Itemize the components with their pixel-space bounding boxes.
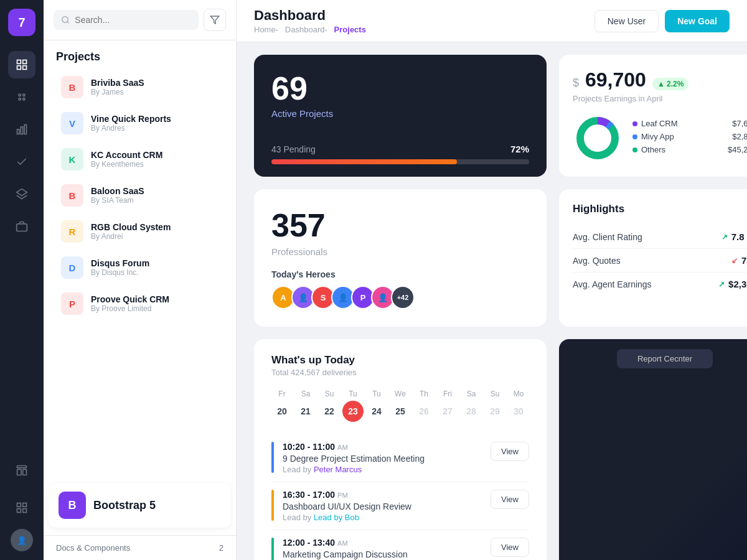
view-button-3[interactable]: View: [491, 538, 529, 557]
nav-icon-layout[interactable]: [8, 457, 35, 484]
event-border-1: [271, 442, 274, 473]
nav-icon-apps[interactable]: [8, 83, 35, 111]
earnings-chart-row: Leaf CRM $7,660 Mivy App $2,820 Others $…: [573, 113, 747, 163]
bootstrap-banner[interactable]: B Bootstrap 5: [49, 483, 231, 528]
highlight-value-earnings: ↗ $2,309: [718, 279, 747, 289]
nav-icon-grid-sm[interactable]: [8, 494, 35, 521]
cal-day-num-10: 30: [508, 401, 529, 422]
nav-icon-grid[interactable]: [8, 51, 35, 78]
sidebar: 7 👤: [0, 0, 44, 560]
nav-icon-briefcase[interactable]: [8, 213, 35, 240]
project-item-4[interactable]: R RGB Cloud System By Andrei: [49, 214, 231, 249]
event-time-3: 12:00 - 13:40: [283, 538, 335, 548]
cal-day-num-5: 25: [390, 401, 411, 422]
cal-day-2[interactable]: Su 22: [319, 390, 340, 422]
cal-day-num-7: 27: [437, 401, 458, 422]
cal-day-name-8: Sa: [467, 390, 476, 398]
project-by-4: By Andrei: [91, 232, 218, 241]
project-icon-4: R: [61, 220, 83, 243]
event-ampm-1: AM: [337, 444, 348, 451]
project-item-0[interactable]: B Briviba SaaS By James: [49, 70, 231, 105]
cal-day-7[interactable]: Fri 27: [437, 390, 458, 422]
filter-button[interactable]: [204, 9, 226, 31]
donut-chart: [573, 113, 622, 163]
header-actions: New User New Goal: [594, 10, 730, 32]
highlight-label-quotes: Avg. Quotes: [573, 256, 621, 266]
project-name-3: Baloon SaaS: [91, 186, 218, 196]
new-user-button[interactable]: New User: [594, 10, 659, 32]
svg-rect-12: [17, 224, 27, 231]
search-icon: [61, 15, 70, 25]
bootstrap-icon: B: [59, 492, 86, 519]
svg-rect-17: [23, 503, 27, 507]
cal-day-1[interactable]: Sa 21: [295, 390, 316, 422]
project-item-6[interactable]: P Proove Quick CRM By Proove Limited: [49, 286, 231, 321]
nav-icon-check[interactable]: [8, 148, 35, 175]
highlights-title: Highlights: [573, 203, 747, 215]
breadcrumb-active: Projects: [334, 25, 366, 34]
project-icon-0: B: [61, 76, 83, 98]
cal-day-name-4: Tu: [372, 390, 381, 398]
cal-day-8[interactable]: Sa 28: [461, 390, 482, 422]
calendar-row: Fr 20 Sa 21 Su 22 Tu 23 Tu 24 We 25 Th 2…: [271, 390, 529, 422]
project-icon-2: K: [61, 148, 83, 170]
event-border-3: [271, 538, 274, 560]
project-item-3[interactable]: B Baloon SaaS By SIA Team: [49, 178, 231, 213]
project-by-5: By Disqus Inc.: [91, 268, 218, 277]
hero-avatar-more: +42: [391, 286, 415, 309]
project-item-5[interactable]: D Disqus Forum By Disqus Inc.: [49, 250, 231, 285]
nav-icon-layers[interactable]: [8, 180, 35, 208]
view-button-2[interactable]: View: [491, 490, 529, 509]
highlights-card: Highlights Avg. Client Rating ↗ 7.8 10 A…: [559, 189, 747, 327]
trend-up-icon-2: ↗: [718, 280, 725, 289]
view-button-1[interactable]: View: [491, 442, 529, 461]
report-button[interactable]: Report Cecnter: [617, 349, 713, 368]
earnings-card: $ 69,700 ▲ 2.2% Projects Earnings in Apr…: [559, 55, 747, 177]
cal-day-num-2: 22: [319, 401, 340, 422]
project-item-1[interactable]: V Vine Quick Reports By Andres: [49, 106, 231, 141]
highlight-row-earnings: Avg. Agent Earnings ↗ $2,309: [573, 273, 747, 296]
top-header: Dashboard Home- Dashboard- Projects New …: [237, 0, 747, 42]
event-lead-link-1[interactable]: Peter Marcus: [314, 465, 362, 474]
search-input[interactable]: [75, 15, 191, 25]
page-title: Dashboard: [254, 7, 594, 24]
search-input-wrapper[interactable]: [54, 10, 199, 30]
cal-day-4[interactable]: Tu 24: [366, 390, 387, 422]
sidebar-logo[interactable]: 7: [8, 9, 35, 36]
left-panel: Projects B Briviba SaaS By James V Vine …: [44, 0, 237, 560]
event-ampm-2: PM: [337, 492, 348, 499]
cal-day-9[interactable]: Su 29: [484, 390, 505, 422]
svg-rect-1: [23, 60, 27, 64]
cal-day-3[interactable]: Tu 23: [342, 390, 364, 422]
project-by-3: By SIA Team: [91, 196, 218, 205]
svg-rect-14: [17, 469, 22, 475]
project-by-2: By Keenthemes: [91, 160, 218, 169]
project-info-1: Vine Quick Reports By Andres: [91, 114, 218, 133]
svg-point-7: [23, 98, 25, 100]
trend-down-icon: ↙: [731, 256, 738, 265]
svg-rect-16: [17, 503, 21, 507]
project-info-4: RGB Cloud System By Andrei: [91, 222, 218, 241]
project-item-2[interactable]: K KC Account CRM By Keenthemes: [49, 142, 231, 177]
earnings-value: 69,700: [585, 68, 646, 91]
active-projects-label: Active Projects: [271, 108, 529, 119]
professionals-label: Professionals: [271, 246, 529, 257]
earnings-subtitle: Projects Earnings in April: [573, 94, 747, 103]
event-lead-link-2[interactable]: Lead by Bob: [314, 513, 359, 522]
breadcrumb: Home- Dashboard- Projects: [254, 25, 594, 34]
svg-rect-10: [24, 125, 26, 134]
project-name-1: Vine Quick Reports: [91, 114, 218, 124]
cal-day-10[interactable]: Mo 30: [508, 390, 529, 422]
cal-day-0[interactable]: Fr 20: [271, 390, 293, 422]
project-name-0: Briviba SaaS: [91, 78, 218, 88]
svg-point-6: [19, 98, 21, 100]
legend-others-value: $45,257: [728, 145, 747, 154]
user-avatar[interactable]: 👤: [11, 529, 33, 551]
new-goal-button[interactable]: New Goal: [665, 10, 730, 32]
cal-day-num-6: 26: [413, 401, 435, 422]
nav-icon-chart[interactable]: [8, 116, 35, 143]
legend-mivy: Mivy App $2,820: [632, 132, 747, 141]
cal-day-6[interactable]: Th 26: [413, 390, 435, 422]
cal-day-5[interactable]: We 25: [390, 390, 411, 422]
cal-day-name-10: Mo: [514, 390, 524, 398]
